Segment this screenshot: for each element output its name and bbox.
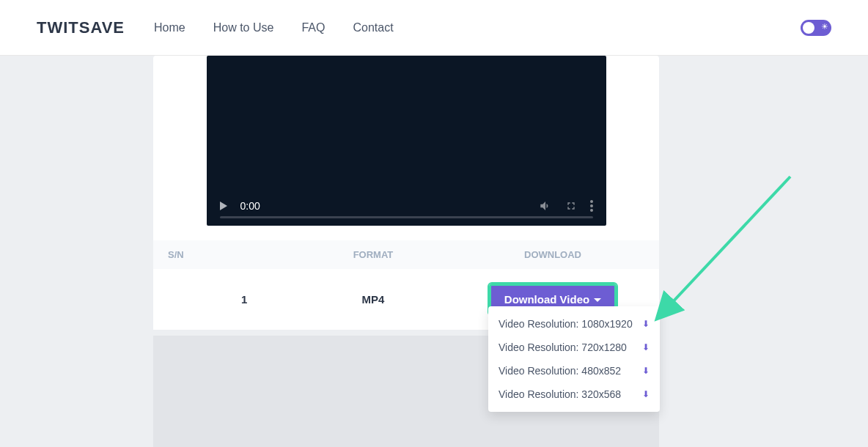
- resolution-option-320[interactable]: Video Resolution: 320x568 ⬇: [488, 383, 660, 406]
- nav-howto[interactable]: How to Use: [213, 21, 274, 34]
- row-sn: 1: [153, 293, 300, 306]
- download-icon: ⬇: [642, 342, 650, 352]
- nav-contact[interactable]: Contact: [353, 21, 393, 34]
- resolution-label: Video Resolution: 320x568: [499, 388, 621, 400]
- resolution-dropdown: Video Resolution: 1080x1920 ⬇ Video Reso…: [488, 306, 660, 412]
- download-icon: ⬇: [642, 366, 650, 376]
- chevron-down-icon: [594, 298, 601, 302]
- header-left: TWITSAVE Home How to Use FAQ Contact: [37, 18, 394, 37]
- svg-line-4: [658, 177, 790, 317]
- content-card: 0:00 S/N FORMAT DOWNLOAD 1 MP4 Download …: [153, 56, 659, 330]
- nav: Home How to Use FAQ Contact: [154, 21, 394, 34]
- svg-point-0: [590, 200, 593, 203]
- resolution-label: Video Resolution: 480x852: [499, 365, 621, 377]
- nav-home[interactable]: Home: [154, 21, 185, 34]
- download-icon: ⬇: [642, 389, 650, 399]
- theme-toggle[interactable]: ☀: [801, 20, 831, 36]
- header: TWITSAVE Home How to Use FAQ Contact ☀: [0, 0, 868, 56]
- logo[interactable]: TWITSAVE: [37, 18, 125, 37]
- download-icon: ⬇: [642, 319, 650, 329]
- resolution-label: Video Resolution: 1080x1920: [499, 318, 633, 330]
- play-icon[interactable]: [220, 202, 227, 210]
- resolution-option-480[interactable]: Video Resolution: 480x852 ⬇: [488, 359, 660, 383]
- video-controls: 0:00: [207, 186, 606, 226]
- svg-point-1: [590, 204, 593, 207]
- resolution-label: Video Resolution: 720x1280: [499, 341, 627, 353]
- toggle-knob: [803, 22, 814, 34]
- more-icon[interactable]: [590, 200, 593, 212]
- volume-icon[interactable]: [539, 199, 552, 213]
- resolution-option-1080[interactable]: Video Resolution: 1080x1920 ⬇: [488, 312, 660, 336]
- video-time: 0:00: [240, 200, 260, 212]
- nav-faq[interactable]: FAQ: [301, 21, 325, 34]
- sun-icon: ☀: [821, 22, 828, 32]
- svg-point-2: [590, 209, 593, 212]
- video-progress[interactable]: [220, 216, 593, 218]
- header-sn: S/N: [153, 249, 300, 260]
- table-header: S/N FORMAT DOWNLOAD: [153, 240, 659, 269]
- row-format: MP4: [300, 293, 446, 306]
- annotation-arrow: [645, 172, 799, 333]
- download-button-label: Download Video: [504, 293, 589, 306]
- fullscreen-icon[interactable]: [565, 200, 577, 212]
- video-player[interactable]: 0:00: [207, 56, 606, 226]
- resolution-option-720[interactable]: Video Resolution: 720x1280 ⬇: [488, 336, 660, 359]
- header-format: FORMAT: [300, 249, 446, 260]
- header-download: DOWNLOAD: [446, 249, 659, 260]
